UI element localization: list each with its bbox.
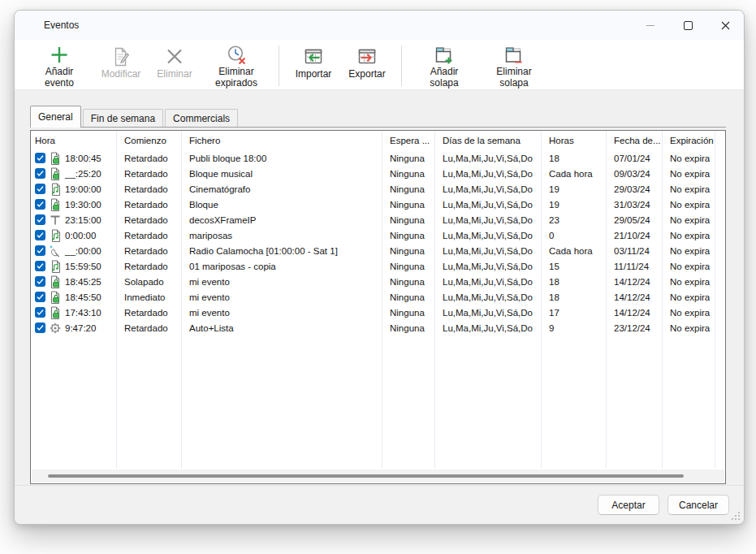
cell-fichero: mi evento [181,308,382,318]
cell-dias: Lu,Ma,Mi,Ju,Vi,Sá,Do [434,215,541,225]
cell-fecha: 21/10/24 [606,231,662,240]
add-tab-button[interactable]: Añadir solapa [409,42,479,88]
cell-hora: 9:47:20 [31,322,116,335]
cell-hora: __:25:20 [31,167,116,180]
maximize-button[interactable] [669,11,706,40]
column-header[interactable]: Hora [31,136,116,145]
column-header[interactable]: Días de la semana [434,136,541,145]
cancel-button[interactable]: Cancelar [667,495,729,515]
cell-espera: Ninguna [382,184,434,194]
delete-button[interactable]: Eliminar [148,42,201,88]
cell-fecha: 14/12/24 [606,292,662,302]
tab-strip: General Fin de semana Commercials [30,106,726,128]
cell-horas: 18 [541,154,606,163]
cell-fecha: 29/03/24 [606,184,662,194]
file-lock-icon [49,306,62,319]
cell-espera: Ninguna [382,262,434,271]
row-checkbox[interactable] [35,214,45,225]
cell-fichero: 01 mariposas - copia [181,262,382,271]
table-row[interactable]: __:25:20 Retardado Bloque musical Ningun… [31,166,725,181]
column-header[interactable]: Comienzo [116,136,181,145]
add-event-icon [48,44,71,67]
row-checkbox[interactable] [35,199,45,210]
cell-dias: Lu,Ma,Mi,Ju,Vi,Sá,Do [434,200,541,210]
cell-espera: Ninguna [382,231,434,240]
row-checkbox[interactable] [35,322,45,333]
hora-value: 17:43:10 [65,308,102,318]
remove-tab-button[interactable]: Eliminar solapa [479,42,549,88]
window-title: Eventos [15,19,79,31]
cell-expiracion: No expira [662,308,715,318]
hora-value: 23:15:00 [65,215,102,225]
cell-hora: 17:43:10 [31,306,116,319]
cell-hora: 15:59:50 [31,260,116,273]
toolbar-button-label: Eliminar solapa [485,67,543,89]
row-checkbox[interactable] [35,307,45,318]
table-row[interactable]: 19:30:00 Retardado Bloque Ninguna Lu,Ma,… [31,197,725,212]
cell-horas: 23 [541,215,606,225]
tab-fin-de-semana[interactable]: Fin de semana [83,109,163,127]
cell-fichero: Auto+Lista [181,323,382,333]
add-event-button[interactable]: Añadir evento [24,42,94,88]
tab-general[interactable]: General [30,106,81,128]
toolbar-button-label: Exportar [348,69,385,80]
import-button[interactable]: Importar [287,42,340,88]
dialog-footer: Aceptar Cancelar [15,485,744,524]
table-row[interactable]: __:00:00 Retardado Radio Calamocha [01:0… [31,243,725,258]
accept-button[interactable]: Aceptar [598,495,659,515]
close-button[interactable] [706,11,744,40]
modify-button[interactable]: Modificar [94,42,148,88]
cell-hora: 19:00:00 [31,183,116,196]
row-checkbox[interactable] [35,261,45,271]
tab-commercials[interactable]: Commercials [165,109,238,127]
row-checkbox[interactable] [35,230,45,240]
table-row[interactable]: 18:45:25 Solapado mi evento Ninguna Lu,M… [31,274,725,289]
cell-comienzo: Retardado [116,231,181,240]
resize-grip-icon[interactable] [732,512,741,521]
export-table-icon [356,44,378,69]
cell-dias: Lu,Ma,Mi,Ju,Vi,Sá,Do [434,262,541,271]
row-checkbox[interactable] [35,184,45,194]
row-checkbox[interactable] [35,153,45,163]
row-checkbox[interactable] [35,276,45,287]
horizontal-scrollbar[interactable] [32,470,724,483]
tab-label: Fin de semana [91,113,155,124]
row-checkbox[interactable] [35,245,45,256]
events-table: HoraComienzoFicheroEspera ...Días de la … [30,130,726,484]
row-checkbox[interactable] [35,292,45,302]
delete-expired-button[interactable]: Eliminar expirados [201,42,271,88]
cell-dias: Lu,Ma,Mi,Ju,Vi,Sá,Do [434,184,541,194]
export-button[interactable]: Exportar [340,42,394,88]
table-row[interactable]: 18:00:45 Retardado Publi bloque 18:00 Ni… [31,150,725,166]
cell-fichero: Publi bloque 18:00 [181,154,382,163]
minimize-button[interactable] [632,11,669,40]
hora-value: 18:00:45 [65,154,102,163]
table-row[interactable]: 17:43:10 Retardado mi evento Ninguna Lu,… [31,305,725,320]
column-header[interactable]: Horas [541,136,606,145]
row-checkbox[interactable] [35,168,45,179]
table-row[interactable]: 0:00:00 Retardado mariposas Ninguna Lu,M… [31,227,725,243]
scrollbar-thumb[interactable] [48,474,684,478]
table-row[interactable]: 23:15:00 Retardado decosXFrameIP Ninguna… [31,212,725,227]
music-file-icon [49,183,62,196]
file-lock-icon [49,275,62,288]
column-header[interactable]: Fecha de... [606,136,662,145]
eventos-dialog: Eventos Añadir evento Modifi [14,10,745,525]
cell-hora: 23:15:00 [31,214,116,227]
cell-dias: Lu,Ma,Mi,Ju,Vi,Sá,Do [434,277,541,287]
table-row[interactable]: 15:59:50 Retardado 01 mariposas - copia … [31,258,725,274]
table-row[interactable]: 9:47:20 Retardado Auto+Lista Ninguna Lu,… [31,320,725,335]
table-row[interactable]: 19:00:00 Retardado Cinematógrafo Ninguna… [31,181,725,197]
cell-hora: __:00:00 [31,245,116,258]
column-header[interactable]: Expiración [662,136,715,145]
music-file-icon [49,260,62,273]
cell-horas: 15 [541,262,606,271]
cell-fichero: Bloque [181,200,382,210]
column-header[interactable]: Fichero [181,136,382,145]
cell-fecha: 03/11/24 [606,246,662,256]
table-row[interactable]: 18:45:50 Inmediato mi evento Ninguna Lu,… [31,289,725,305]
cell-fecha: 31/03/24 [606,200,662,210]
cell-horas: Cada hora [541,169,606,179]
column-header[interactable]: Espera ... [382,136,434,145]
cell-expiracion: No expira [662,154,715,163]
